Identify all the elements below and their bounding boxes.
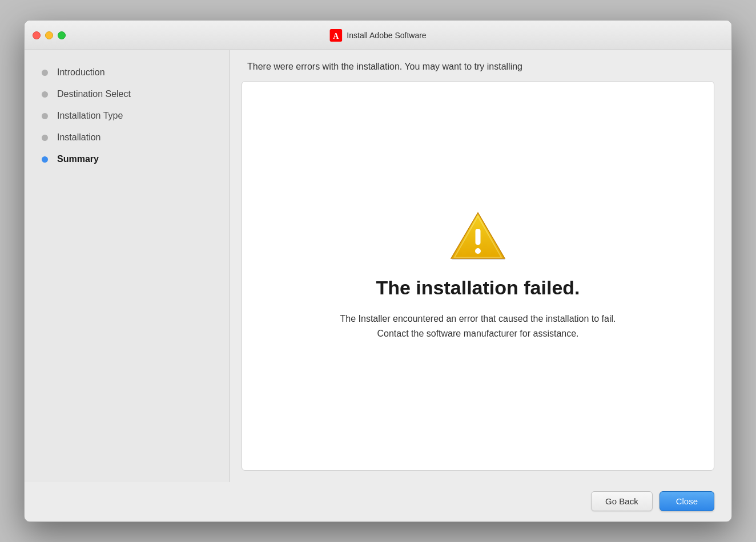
window-title: Install Adobe Software [347,31,426,40]
sidebar-item-installation-type: Installation Type [25,105,230,127]
main-content: Introduction Destination Select Installa… [25,50,731,482]
right-panel: There were errors with the installation.… [230,50,731,482]
sidebar: Introduction Destination Select Installa… [25,50,230,482]
sidebar-dot-introduction [42,70,48,76]
sidebar-label-destination-select: Destination Select [57,89,131,99]
sidebar-dot-destination-select [42,91,48,98]
failure-description: The Installer encountered an error that … [324,312,632,341]
top-message: There were errors with the installation.… [242,62,714,72]
sidebar-dot-installation [42,135,48,141]
close-button[interactable]: Close [660,491,714,511]
sidebar-dot-summary [42,156,48,163]
sidebar-item-installation: Installation [25,127,230,148]
titlebar: A Install Adobe Software [25,21,731,50]
close-window-button[interactable] [33,31,41,39]
sidebar-label-installation: Installation [57,132,101,143]
failure-title: The installation failed. [376,277,580,299]
window-controls [33,31,66,39]
sidebar-item-introduction: Introduction [25,62,230,83]
maximize-window-button[interactable] [58,31,66,39]
go-back-button[interactable]: Go Back [591,491,653,511]
warning-icon [449,211,506,261]
content-box: The installation failed. The Installer e… [242,81,714,471]
sidebar-label-introduction: Introduction [57,67,105,78]
sidebar-label-summary: Summary [57,154,99,164]
sidebar-item-destination-select: Destination Select [25,83,230,105]
minimize-window-button[interactable] [45,31,53,39]
sidebar-label-installation-type: Installation Type [57,111,123,121]
titlebar-center: A Install Adobe Software [329,29,426,42]
svg-text:A: A [333,32,339,41]
svg-point-6 [475,248,481,254]
sidebar-dot-installation-type [42,113,48,119]
installer-window: A Install Adobe Software Introduction De… [24,20,732,522]
svg-rect-5 [476,229,481,245]
adobe-icon: A [329,29,342,42]
sidebar-item-summary: Summary [25,148,230,170]
bottom-bar: Go Back Close [25,482,731,521]
